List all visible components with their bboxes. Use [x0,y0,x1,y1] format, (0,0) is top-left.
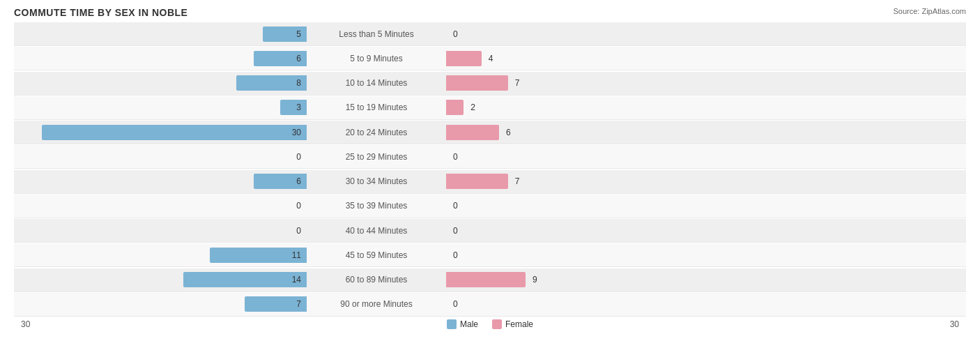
row-label: 90 or more Minutes [307,299,446,309]
female-value: 0 [453,226,470,236]
table-row: 8 10 to 14 Minutes 7 [14,72,966,96]
row-label: 10 to 14 Minutes [307,78,446,88]
male-value: 3 [284,103,301,112]
right-section: 4 [446,47,739,70]
right-section: 0 [446,195,739,218]
legend-male: Male [447,319,478,329]
chart-container: COMMUTE TIME BY SEX IN NOBLE Source: Zip… [0,0,980,364]
table-row: 6 30 to 34 Minutes 7 [14,170,966,194]
male-value: 11 [284,250,301,260]
female-value: 0 [453,299,470,309]
female-value: 0 [453,29,470,39]
left-section: 5 [14,22,307,45]
male-value: 0 [284,201,301,211]
male-value: 6 [284,176,301,186]
row-label: 60 to 89 Minutes [307,275,446,285]
table-row: 30 20 to 24 Minutes 6 [14,121,966,144]
legend-center: Male Female [447,319,533,329]
female-legend-box [492,319,502,329]
female-bar [446,75,508,91]
left-section: 8 [14,72,307,95]
row-label: 45 to 59 Minutes [307,250,446,260]
table-row: 14 60 to 89 Minutes 9 [14,268,966,292]
right-section: 7 [446,72,739,95]
female-value: 9 [533,275,550,285]
female-value: 2 [470,103,488,112]
right-section: 9 [446,268,739,291]
female-value: 6 [506,128,523,137]
right-section: 0 [446,145,739,168]
row-label: 30 to 34 Minutes [307,176,446,186]
female-bar [446,51,482,66]
female-bar [446,174,508,189]
left-section: 30 [14,121,307,144]
row-label: 40 to 44 Minutes [307,226,446,236]
left-section: 11 [14,243,307,266]
female-bar [446,272,526,287]
left-section: 0 [14,195,307,218]
female-bar [446,100,464,115]
table-row: 5 Less than 5 Minutes 0 [14,22,966,46]
female-value: 7 [515,176,533,186]
right-section: 6 [446,121,739,144]
left-section: 7 [14,293,307,316]
row-label: 25 to 29 Minutes [307,152,446,162]
table-row: 0 25 to 29 Minutes 0 [14,145,966,169]
left-section: 6 [14,47,307,70]
row-label: 35 to 39 Minutes [307,201,446,211]
female-legend-label: Female [505,319,533,329]
female-value: 0 [453,201,470,211]
right-section: 2 [446,96,739,119]
male-value: 14 [284,275,301,285]
table-row: 0 35 to 39 Minutes 0 [14,195,966,218]
chart-title: COMMUTE TIME BY SEX IN NOBLE [14,7,966,18]
right-section: 0 [446,219,739,242]
female-value: 7 [515,78,533,88]
male-value: 0 [284,152,301,162]
row-label: 15 to 19 Minutes [307,103,446,112]
male-bar [42,125,307,140]
female-value: 0 [453,250,470,260]
male-value: 5 [284,29,301,39]
left-section: 0 [14,145,307,168]
row-label: 20 to 24 Minutes [307,128,446,137]
axis-right-label: 30 [950,319,959,329]
axis-left-label: 30 [21,319,30,329]
table-row: 0 40 to 44 Minutes 0 [14,219,966,243]
male-legend-label: Male [460,319,478,329]
table-row: 11 45 to 59 Minutes 0 [14,243,966,267]
female-value: 0 [453,152,470,162]
right-section: 0 [446,293,739,316]
left-section: 14 [14,268,307,291]
female-bar [446,125,499,140]
legend-female: Female [492,319,533,329]
right-section: 0 [446,243,739,266]
male-value: 7 [284,299,301,309]
chart-area: 5 Less than 5 Minutes 0 6 5 to 9 Minutes… [14,22,966,317]
male-value: 30 [284,128,301,137]
male-value: 8 [284,78,301,88]
male-value: 0 [284,226,301,236]
table-row: 7 90 or more Minutes 0 [14,293,966,317]
right-section: 0 [446,22,739,45]
right-section: 7 [446,170,739,193]
left-section: 3 [14,96,307,119]
source-label: Source: ZipAtlas.com [893,7,966,15]
legend-area: 30 Male Female 30 [14,319,966,329]
table-row: 6 5 to 9 Minutes 4 [14,47,966,70]
left-section: 6 [14,170,307,193]
row-label: 5 to 9 Minutes [307,54,446,63]
male-legend-box [447,319,457,329]
left-section: 0 [14,219,307,242]
table-row: 3 15 to 19 Minutes 2 [14,96,966,120]
row-label: Less than 5 Minutes [307,29,446,39]
male-value: 6 [284,54,301,63]
female-value: 4 [489,54,506,63]
